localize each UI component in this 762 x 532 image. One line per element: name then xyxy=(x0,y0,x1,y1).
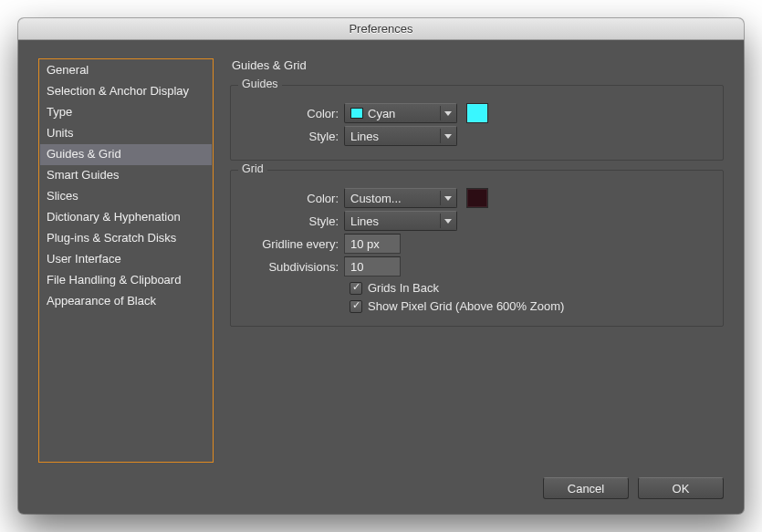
guides-legend: Guides xyxy=(238,78,282,90)
sidebar-item-selection-anchor[interactable]: Selection & Anchor Display xyxy=(40,81,212,102)
show-pixel-grid-checkbox[interactable]: Show Pixel Grid (Above 600% Zoom) xyxy=(350,299,710,313)
guides-group: Guides Color: Cyan Style: Lines xyxy=(230,85,724,161)
sidebar-item-guides-grid[interactable]: Guides & Grid xyxy=(40,144,212,165)
settings-pane: Guides & Grid Guides Color: Cyan Style: xyxy=(230,58,724,463)
chevron-down-icon xyxy=(440,129,454,143)
grid-group: Grid Color: Custom... Style: Lines xyxy=(230,170,724,327)
sidebar-item-slices[interactable]: Slices xyxy=(40,186,212,207)
show-pixel-grid-label: Show Pixel Grid (Above 600% Zoom) xyxy=(368,299,564,313)
category-list[interactable]: General Selection & Anchor Display Type … xyxy=(38,58,214,463)
chevron-down-icon xyxy=(440,191,454,205)
chevron-down-icon xyxy=(440,214,454,228)
main-area: General Selection & Anchor Display Type … xyxy=(38,58,724,463)
sidebar-item-plugins[interactable]: Plug-ins & Scratch Disks xyxy=(40,228,212,249)
dialog-footer: Cancel OK xyxy=(38,463,724,499)
gridline-every-label: Gridline every: xyxy=(244,237,344,251)
guides-color-inline-swatch xyxy=(350,108,363,119)
grid-style-label: Style: xyxy=(244,214,344,228)
sidebar-item-units[interactable]: Units xyxy=(40,123,212,144)
grids-in-back-label: Grids In Back xyxy=(368,281,439,295)
preferences-window: Preferences General Selection & Anchor D… xyxy=(18,18,744,514)
ok-button[interactable]: OK xyxy=(638,477,724,499)
grid-color-swatch[interactable] xyxy=(466,188,488,208)
grids-in-back-checkbox[interactable]: Grids In Back xyxy=(350,281,710,295)
grid-legend: Grid xyxy=(238,162,267,175)
guides-color-value: Cyan xyxy=(368,107,395,120)
guides-style-label: Style: xyxy=(244,130,344,143)
grid-color-label: Color: xyxy=(244,192,344,205)
sidebar-item-smart-guides[interactable]: Smart Guides xyxy=(40,165,212,186)
grid-color-select[interactable]: Custom... xyxy=(344,188,457,208)
checkbox-icon xyxy=(350,282,362,295)
grid-style-select[interactable]: Lines xyxy=(344,211,457,231)
sidebar-item-general[interactable]: General xyxy=(40,60,212,81)
guides-style-select[interactable]: Lines xyxy=(344,126,457,146)
subdivisions-label: Subdivisions: xyxy=(244,260,344,274)
subdivisions-input[interactable] xyxy=(344,256,401,276)
chevron-down-icon xyxy=(440,106,454,120)
guides-color-label: Color: xyxy=(244,107,344,120)
pane-title: Guides & Grid xyxy=(232,58,724,72)
checkbox-icon xyxy=(350,300,362,313)
guides-color-select[interactable]: Cyan xyxy=(344,103,457,123)
sidebar-item-ui[interactable]: User Interface xyxy=(40,249,212,270)
grid-style-value: Lines xyxy=(350,214,379,228)
sidebar-item-appearance-black[interactable]: Appearance of Black xyxy=(40,291,212,312)
gridline-every-input[interactable] xyxy=(344,234,401,254)
grid-color-value: Custom... xyxy=(350,192,402,205)
titlebar: Preferences xyxy=(18,18,744,40)
sidebar-item-type[interactable]: Type xyxy=(40,102,212,123)
window-title: Preferences xyxy=(349,22,412,36)
sidebar-item-file-handling[interactable]: File Handling & Clipboard xyxy=(40,270,212,291)
guides-style-value: Lines xyxy=(350,130,379,143)
cancel-button[interactable]: Cancel xyxy=(543,477,629,499)
sidebar-item-dictionary[interactable]: Dictionary & Hyphenation xyxy=(40,207,212,228)
guides-color-swatch[interactable] xyxy=(466,103,488,123)
content: General Selection & Anchor Display Type … xyxy=(18,40,744,514)
